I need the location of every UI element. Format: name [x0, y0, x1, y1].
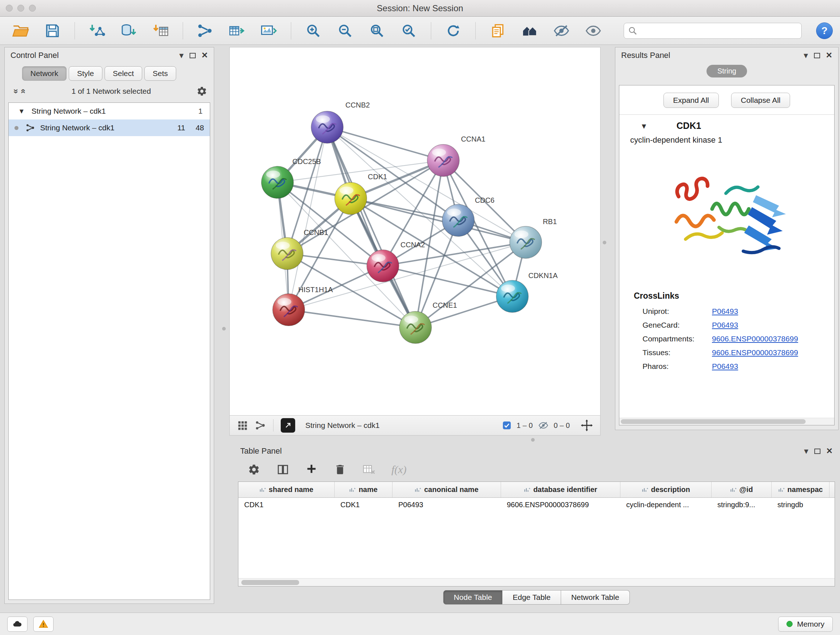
zoom-selected-button[interactable] — [395, 20, 422, 42]
add-column-button[interactable] — [305, 463, 317, 477]
network-edge-CDK1-RB1[interactable] — [351, 198, 526, 242]
network-graph[interactable]: CCNB2CCNA1CDC25BCDK1CDC6RB1CCNB1CCNA2CDK… — [230, 48, 600, 415]
network-node-HIST1H1A[interactable] — [273, 294, 305, 326]
node-table-column-name[interactable]: name — [335, 482, 393, 497]
expand-all-icon[interactable]: « — [19, 89, 28, 93]
crosslink-pharos-link[interactable]: P06493 — [712, 362, 738, 371]
minimize-window-button[interactable] — [17, 5, 24, 11]
node-table-column-canonical-name[interactable]: canonical name — [393, 482, 501, 497]
control-panel-tab-network[interactable]: Network — [22, 66, 66, 81]
network-edge-CCNB2-CCNE1[interactable] — [327, 127, 415, 327]
apply-layout-button[interactable] — [440, 20, 467, 42]
network-node-CCNA2[interactable] — [367, 250, 399, 282]
memory-button[interactable]: Memory — [778, 616, 833, 632]
zoom-out-button[interactable] — [332, 20, 358, 42]
detach-view-button[interactable] — [281, 418, 295, 432]
panel-resize-handle[interactable] — [603, 241, 606, 244]
grid-view-icon[interactable] — [237, 420, 248, 431]
network-edge-HIST1H1A-CCNE1[interactable] — [289, 310, 415, 328]
table-tab-network-table[interactable]: Network Table — [561, 590, 630, 605]
network-node-CCNE1[interactable] — [399, 311, 431, 344]
table-horizontal-scrollbar[interactable] — [238, 578, 835, 586]
node-table-cell[interactable]: stringdb:9... — [712, 498, 772, 512]
selected-checkbox-icon[interactable] — [502, 421, 512, 430]
crosslink-compartments-link[interactable]: 9606.ENSP00000378699 — [712, 334, 798, 343]
zoom-fit-button[interactable] — [363, 20, 390, 42]
network-node-CDKN1A[interactable] — [496, 280, 529, 312]
expand-all-button[interactable]: Expand All — [663, 93, 719, 108]
panel-resize-handle[interactable] — [222, 327, 226, 331]
node-table-cell[interactable]: cyclin-dependent ... — [621, 498, 712, 512]
network-node-CDC6[interactable] — [442, 204, 474, 236]
gene-section-header[interactable]: ▾ CDK1 — [619, 115, 834, 133]
panel-menu-icon[interactable]: ▾ — [804, 447, 808, 455]
close-window-button[interactable] — [6, 5, 13, 11]
export-image-button[interactable] — [256, 20, 282, 42]
panel-close-icon[interactable]: ✕ — [826, 447, 833, 455]
hidden-eye-slash-icon[interactable] — [538, 421, 549, 430]
collapse-all-button[interactable]: Collapse All — [731, 93, 790, 108]
control-panel-tab-style[interactable]: Style — [69, 66, 103, 81]
network-node-CCNA1[interactable] — [427, 144, 459, 177]
import-table-button[interactable] — [147, 20, 174, 42]
node-table-column--id[interactable]: @id — [712, 482, 772, 497]
network-edge-CCNA2-CDKN1A[interactable] — [383, 266, 512, 296]
crosslink-genecard-link[interactable]: P06493 — [712, 321, 738, 329]
network-node-CDC25B[interactable] — [262, 166, 294, 198]
network-collection-row[interactable]: ▾ String Network – cdk1 1 — [9, 103, 210, 119]
save-session-button[interactable] — [39, 20, 66, 42]
open-session-button[interactable] — [7, 20, 34, 42]
crosslink-tissues-link[interactable]: 9606.ENSP00000378699 — [712, 348, 798, 357]
show-all-button[interactable] — [580, 20, 607, 42]
hide-selected-button[interactable] — [548, 20, 575, 42]
zoom-window-button[interactable] — [29, 5, 36, 11]
panel-float-icon[interactable] — [814, 448, 821, 454]
tree-expand-icon[interactable]: ▾ — [19, 106, 24, 116]
network-edge-CCNB2-HIST1H1A[interactable] — [289, 127, 327, 310]
node-table-row[interactable]: CDK1CDK1P064939606.ENSP00000378699cyclin… — [238, 498, 835, 512]
panel-close-icon[interactable]: ✕ — [202, 51, 208, 59]
node-table-cell[interactable]: P06493 — [393, 498, 501, 512]
panel-resize-handle[interactable] — [531, 438, 535, 442]
panel-menu-icon[interactable]: ▾ — [804, 51, 808, 60]
node-table-cell[interactable]: stringdb — [772, 498, 829, 512]
table-tab-node-table[interactable]: Node Table — [443, 590, 502, 605]
panel-close-icon[interactable]: ✕ — [826, 51, 832, 59]
node-table-cell[interactable]: CDK1 — [335, 498, 393, 512]
table-tab-edge-table[interactable]: Edge Table — [502, 590, 561, 605]
network-node-CCNB2[interactable] — [311, 111, 343, 143]
network-edge-CCNB2-CCNA1[interactable] — [327, 127, 443, 160]
search-input[interactable] — [624, 23, 802, 39]
table-options-gear-icon[interactable] — [248, 463, 261, 476]
delete-column-trash-icon[interactable] — [333, 463, 347, 476]
node-table-cell[interactable]: CDK1 — [238, 498, 335, 512]
results-horizontal-scrollbar[interactable] — [619, 418, 834, 425]
export-table-button[interactable] — [224, 20, 250, 42]
network-view-icon[interactable] — [255, 420, 266, 431]
network-node-CDK1[interactable] — [335, 182, 367, 215]
panel-float-icon[interactable] — [814, 53, 820, 58]
crosslink-uniprot-link[interactable]: P06493 — [712, 307, 738, 316]
network-node-CCNB1[interactable] — [271, 238, 303, 270]
control-panel-tab-select[interactable]: Select — [104, 66, 142, 81]
warnings-button[interactable] — [33, 616, 54, 632]
new-network-button[interactable] — [192, 20, 218, 42]
node-table-column-database-identifier[interactable]: database identifier — [501, 482, 621, 497]
control-panel-tab-sets[interactable]: Sets — [144, 66, 176, 81]
import-network-database-button[interactable] — [115, 20, 142, 42]
node-table-column-namespac[interactable]: namespac — [772, 482, 829, 497]
node-table-cell[interactable]: 9606.ENSP00000378699 — [501, 498, 621, 512]
node-table-column-shared-name[interactable]: shared name — [238, 482, 335, 497]
cloud-status-button[interactable] — [7, 616, 27, 632]
network-node-RB1[interactable] — [510, 226, 542, 258]
panel-menu-icon[interactable]: ▾ — [180, 51, 184, 60]
help-button[interactable]: ? — [816, 22, 833, 39]
network-overview-button[interactable] — [516, 20, 543, 42]
node-table-column-description[interactable]: description — [621, 482, 712, 497]
show-columns-icon[interactable] — [276, 463, 289, 476]
import-network-file-button[interactable] — [84, 20, 111, 42]
panel-float-icon[interactable] — [189, 53, 196, 58]
network-options-gear-icon[interactable] — [196, 86, 207, 97]
zoom-in-button[interactable] — [300, 20, 327, 42]
network-canvas[interactable]: CCNB2CCNA1CDC25BCDK1CDC6RB1CCNB1CCNA2CDK… — [229, 47, 600, 416]
